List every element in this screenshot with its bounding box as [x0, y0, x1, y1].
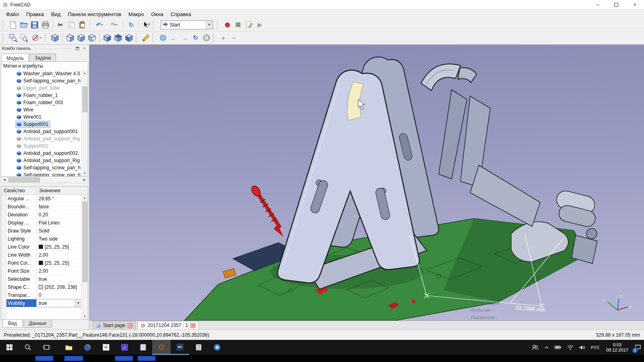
- property-value[interactable]: 0 ▼: [37, 291, 81, 299]
- toolbar-grip[interactable]: [213, 33, 216, 42]
- property-value[interactable]: Solid ▼: [37, 227, 81, 234]
- tree-item[interactable]: Self-tapping_screw_pan_h: [1, 171, 88, 177]
- tree-item[interactable]: Support002: [1, 142, 88, 150]
- rear-uprights[interactable]: [439, 90, 540, 226]
- combo-panel-titlebar[interactable]: Комбо панель ×: [0, 45, 89, 52]
- property-name[interactable]: Deviation: [1, 211, 37, 218]
- undo-button[interactable]: ↶▾: [92, 19, 107, 30]
- screen-capture-icon[interactable]: SC: [171, 340, 189, 355]
- nav-refresh-button[interactable]: ↻: [190, 33, 201, 43]
- hidden-icons-chevron[interactable]: [541, 340, 552, 355]
- scroll-up-icon[interactable]: ▲: [82, 70, 88, 76]
- view-right-button[interactable]: [87, 33, 97, 43]
- tree-item[interactable]: Antiskid_pad_support001: [1, 128, 88, 135]
- property-value[interactable]: false ▼: [37, 203, 81, 210]
- property-name[interactable]: Boundin...: [1, 203, 37, 210]
- start-button[interactable]: [0, 340, 19, 355]
- browser-icon[interactable]: [78, 340, 97, 355]
- scroll-right-icon[interactable]: ▶: [81, 177, 88, 183]
- property-name[interactable]: Angular ...: [1, 195, 37, 202]
- zoom-out-button[interactable]: −: [229, 33, 239, 43]
- tree-item[interactable]: Self-tapping_screw_pan_h: [1, 77, 88, 84]
- tree-item[interactable]: Antiskid_pad_support002: [1, 150, 88, 157]
- property-row[interactable]: Line Width 2,00 ▼: [1, 251, 81, 259]
- property-row[interactable]: Selectable true ▼: [1, 275, 81, 283]
- tree-item[interactable]: Wire: [1, 106, 88, 113]
- new-document-button[interactable]: [7, 19, 18, 30]
- 3d-model-canvas[interactable]: 33.1989 mm Активация Чтобы акт Параметры…: [89, 45, 644, 321]
- property-name[interactable]: Shape C...: [1, 283, 37, 291]
- property-row[interactable]: Visibility true ▼: [1, 299, 81, 307]
- property-name[interactable]: Visibility: [1, 299, 37, 307]
- property-row[interactable]: Draw Style Solid ▼: [1, 227, 81, 235]
- property-row[interactable]: Point Col... [25, 25, 25] ▼: [1, 259, 81, 267]
- tree-item[interactable]: Antiskid_pad_support_Rig: [1, 157, 88, 164]
- view-rear-button[interactable]: [102, 33, 113, 43]
- tree-item[interactable]: Foam_rubber_003: [1, 99, 88, 106]
- value-dropdown-icon[interactable]: ▼: [75, 300, 81, 307]
- property-row[interactable]: Lighting Two side ▼: [1, 235, 81, 243]
- property-row[interactable]: Point Size 2,00 ▼: [1, 267, 81, 275]
- property-row[interactable]: Shape C... [202, 209, 238] ▼: [1, 283, 81, 291]
- record-macro-button[interactable]: [222, 19, 233, 30]
- close-tab-icon[interactable]: ×: [190, 323, 196, 328]
- property-name[interactable]: Selectable: [1, 275, 37, 283]
- paste-icon[interactable]: [77, 19, 88, 30]
- property-value[interactable]: 28,65 ° ▼: [37, 195, 81, 202]
- network-icon[interactable]: [564, 340, 576, 355]
- scroll-left-icon[interactable]: ◀: [1, 177, 8, 183]
- property-name[interactable]: Line Color: [1, 243, 37, 251]
- tree-item[interactable]: Self-tapping_screw_pan_h: [1, 164, 88, 171]
- menu-item[interactable]: Вид: [47, 10, 64, 18]
- fit-all-button[interactable]: [7, 33, 18, 43]
- toolbar-grip[interactable]: [2, 33, 6, 42]
- toolbar-grip[interactable]: [136, 33, 139, 42]
- property-row[interactable]: Transpar... 0 ▼: [1, 291, 81, 299]
- property-row[interactable]: Angular ... 28,65 ° ▼: [1, 195, 81, 203]
- media-player-icon[interactable]: [208, 340, 226, 355]
- panel-drag-handle[interactable]: [34, 48, 72, 49]
- property-name[interactable]: Point Col...: [1, 259, 37, 267]
- property-name[interactable]: Lighting: [1, 235, 37, 243]
- web-home-button[interactable]: [157, 33, 168, 43]
- scroll-down-icon[interactable]: ▼: [82, 313, 88, 319]
- taskbar-clock[interactable]: 0:53 09.12.2017: [603, 340, 632, 355]
- search-icon[interactable]: [19, 340, 37, 355]
- toolbar-grip[interactable]: [45, 33, 48, 42]
- measure-distance-button[interactable]: [140, 33, 151, 43]
- toolbar-grip[interactable]: [153, 21, 156, 29]
- refresh-button[interactable]: ↻: [126, 19, 136, 30]
- action-center-icon[interactable]: 5: [632, 340, 644, 355]
- redo-dropdown-icon[interactable]: ▾: [116, 23, 118, 27]
- music-app-icon[interactable]: ♪: [115, 340, 134, 355]
- stop-macro-button[interactable]: [233, 19, 244, 30]
- property-value[interactable]: [25, 25, 25] ▼: [37, 259, 81, 267]
- property-value[interactable]: 2,00 ▼: [37, 251, 81, 259]
- menu-item[interactable]: Правка: [23, 10, 47, 18]
- people-icon[interactable]: [529, 340, 541, 355]
- tree-item[interactable]: Upper_part_tube: [1, 84, 88, 92]
- property-value[interactable]: Flat Lines ▼: [37, 219, 81, 226]
- menu-item[interactable]: Справка: [167, 10, 195, 18]
- tree-item[interactable]: Antiskid_pad_support_Rig: [1, 135, 88, 142]
- whats-this-button[interactable]: ?: [141, 19, 152, 30]
- scroll-up-icon[interactable]: ▲: [82, 195, 88, 201]
- tab-data-properties[interactable]: Данные: [23, 320, 52, 328]
- view-axonometric-button[interactable]: [50, 33, 60, 43]
- toolbar-grip[interactable]: [217, 21, 220, 29]
- draw-style-dropdown-icon[interactable]: ▾: [40, 36, 41, 39]
- toolbar-grip[interactable]: [153, 33, 156, 42]
- redo-button[interactable]: ↷▾: [107, 19, 121, 30]
- view-left-button[interactable]: [124, 33, 134, 43]
- close-tab-icon[interactable]: ×: [128, 323, 133, 328]
- tab-view-properties[interactable]: Вид: [2, 320, 23, 328]
- property-value[interactable]: 2,00 ▼: [37, 267, 81, 275]
- property-value[interactable]: [202, 209, 238] ▼: [37, 283, 81, 291]
- property-value[interactable]: true ▼: [37, 299, 81, 307]
- volume-icon[interactable]: [576, 340, 588, 355]
- tree-item[interactable]: Washer_plain_Washer 4.3: [1, 70, 88, 77]
- tab-document[interactable]: ⚙ 20171204 2357 : 1 ×: [137, 321, 199, 329]
- open-document-button[interactable]: [18, 19, 29, 30]
- save-document-button[interactable]: [29, 19, 40, 30]
- toolbar-grip[interactable]: [2, 21, 6, 29]
